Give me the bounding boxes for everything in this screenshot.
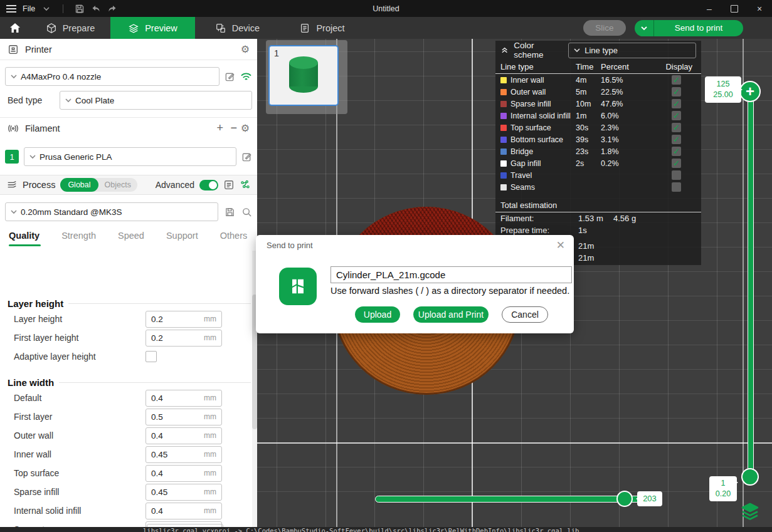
send-options-button[interactable] bbox=[635, 20, 653, 36]
line-width-outer-wall-input[interactable]: 0.4 mm bbox=[145, 427, 222, 444]
settings-list-icon[interactable] bbox=[223, 179, 235, 190]
move-slider-track[interactable] bbox=[375, 496, 648, 503]
line-width-inner-wall-input[interactable]: 0.45 mm bbox=[145, 446, 222, 463]
param-unit: mm bbox=[204, 412, 221, 421]
display-checkbox[interactable] bbox=[672, 182, 681, 192]
first-layer-height-input[interactable]: 0.2 mm bbox=[145, 330, 222, 347]
undo-icon[interactable] bbox=[91, 4, 101, 14]
display-checkbox[interactable] bbox=[672, 147, 681, 156]
home-button[interactable] bbox=[0, 17, 30, 39]
display-checkbox[interactable] bbox=[672, 111, 681, 120]
param-unit: mm bbox=[204, 315, 221, 323]
total-estimation-title: Total estimation bbox=[495, 199, 701, 211]
move-slider-handle[interactable] bbox=[616, 491, 633, 507]
cancel-button[interactable]: Cancel bbox=[502, 306, 548, 323]
line-color-chip bbox=[500, 125, 507, 131]
printer-settings-gear-icon[interactable]: ⚙ bbox=[241, 44, 250, 55]
layer-height-input[interactable]: 0.2 mm bbox=[145, 311, 222, 328]
param-unit: mm bbox=[204, 394, 221, 402]
param-row: Inner wall 0.45 mm bbox=[8, 445, 257, 464]
tab-project[interactable]: Project bbox=[280, 17, 364, 39]
tab-speed[interactable]: Speed bbox=[118, 226, 144, 246]
tab-quality[interactable]: Quality bbox=[9, 226, 40, 246]
upload-and-print-button[interactable]: Upload and Print bbox=[413, 306, 489, 323]
legend-column-headers: Line type Time Percent Display bbox=[495, 60, 701, 74]
tab-device[interactable]: Device bbox=[195, 17, 280, 39]
filament-settings-gear-icon[interactable]: ⚙ bbox=[241, 123, 250, 133]
tab-others[interactable]: Others bbox=[220, 226, 248, 246]
printer-section-title: Printer bbox=[25, 44, 52, 55]
maximize-icon bbox=[731, 5, 738, 13]
redo-icon[interactable] bbox=[107, 4, 117, 14]
line-width-internal-solid-input[interactable]: 0.4 mm bbox=[145, 503, 222, 519]
line-width-sparse-infill-input[interactable]: 0.45 mm bbox=[145, 484, 222, 501]
process-scope-switch[interactable]: Global Objects bbox=[60, 178, 137, 192]
scope-global[interactable]: Global bbox=[60, 178, 98, 192]
legend-row: Gap infill2s0.2% bbox=[495, 157, 701, 169]
display-checkbox[interactable] bbox=[672, 99, 681, 108]
close-button[interactable]: × bbox=[747, 0, 772, 17]
display-checkbox[interactable] bbox=[672, 123, 681, 132]
add-filament-button[interactable]: + bbox=[213, 122, 227, 135]
send-to-print-button[interactable]: Send to print bbox=[653, 20, 743, 36]
adaptive-layer-height-checkbox[interactable] bbox=[145, 351, 157, 362]
remove-filament-button[interactable]: − bbox=[227, 122, 241, 135]
hamburger-menu-icon[interactable] bbox=[6, 5, 16, 13]
display-checkbox[interactable] bbox=[672, 159, 681, 168]
parameter-nodes-icon[interactable] bbox=[240, 179, 251, 190]
line-color-chip bbox=[500, 172, 507, 179]
filament-preset-dropdown[interactable]: Prusa Generic PLA bbox=[24, 147, 236, 166]
edit-filament-icon[interactable] bbox=[241, 152, 252, 162]
tab-label: Preview bbox=[145, 23, 177, 33]
scope-objects[interactable]: Objects bbox=[98, 180, 137, 189]
tab-support[interactable]: Support bbox=[166, 226, 198, 246]
plate-thumbnail-panel: 1 bbox=[266, 40, 347, 114]
printer-preset-dropdown[interactable]: A4MaxPro 0.4 nozzle bbox=[5, 67, 219, 86]
plate-1-thumbnail[interactable]: 1 bbox=[268, 45, 339, 106]
preview-layers-icon bbox=[128, 23, 139, 34]
process-preset-dropdown[interactable]: 0.20mm Standard @MK3S bbox=[5, 202, 218, 221]
param-value: 0.2 bbox=[146, 315, 204, 324]
file-menu[interactable]: File bbox=[23, 4, 35, 13]
wifi-icon[interactable] bbox=[240, 71, 252, 82]
layer-number: 125 bbox=[717, 79, 730, 90]
layer-height-mm: 0.20 bbox=[716, 489, 731, 499]
bed-type-value: Cool Plate bbox=[75, 96, 114, 105]
chevron-down-icon[interactable] bbox=[41, 4, 51, 14]
param-value: 0.4 bbox=[146, 431, 204, 441]
line-width-top-surface-input[interactable]: 0.4 mm bbox=[145, 465, 222, 482]
view-mode-dropdown[interactable]: Line type bbox=[568, 43, 696, 58]
collapse-icon[interactable] bbox=[500, 46, 509, 55]
display-checkbox[interactable] bbox=[672, 75, 681, 85]
advanced-toggle[interactable] bbox=[199, 180, 218, 190]
param-label: Adaptive layer height bbox=[8, 352, 145, 362]
display-checkbox[interactable] bbox=[672, 170, 681, 180]
minimize-button[interactable]: – bbox=[697, 0, 722, 17]
save-preset-icon[interactable] bbox=[225, 207, 235, 217]
filament-section-title: Filament bbox=[25, 123, 60, 133]
gcode-filename-input[interactable]: Cylinder_PLA_21m.gcode bbox=[330, 266, 572, 283]
line-width-first-layer-input[interactable]: 0.5 mm bbox=[145, 409, 222, 425]
tab-strength[interactable]: Strength bbox=[61, 226, 96, 246]
edit-printer-icon[interactable] bbox=[225, 71, 235, 82]
plate-axis-line bbox=[257, 442, 772, 444]
upload-button[interactable]: Upload bbox=[355, 306, 400, 323]
search-icon[interactable] bbox=[241, 207, 252, 217]
bed-type-dropdown[interactable]: Cool Plate bbox=[60, 91, 252, 110]
filament-slot-badge[interactable]: 1 bbox=[5, 150, 19, 164]
tab-prepare[interactable]: Prepare bbox=[30, 17, 110, 39]
maximize-button[interactable] bbox=[722, 0, 747, 17]
dialog-close-icon[interactable]: ✕ bbox=[556, 239, 565, 252]
tab-preview[interactable]: Preview bbox=[110, 17, 195, 39]
param-label: Layer height bbox=[8, 314, 145, 324]
display-checkbox[interactable] bbox=[672, 87, 681, 96]
slice-button[interactable]: Slice bbox=[583, 20, 626, 36]
layer-slider-track[interactable] bbox=[748, 91, 754, 478]
save-icon[interactable] bbox=[75, 4, 85, 14]
param-row: Default 0.4 mm bbox=[8, 389, 257, 407]
display-checkbox[interactable] bbox=[672, 135, 681, 144]
slicer-window: File Untitled – × Prepare Preview De bbox=[0, 0, 772, 532]
line-width-default-input[interactable]: 0.4 mm bbox=[145, 390, 222, 407]
layer-slider-bottom-handle[interactable] bbox=[741, 468, 759, 486]
layers-view-button[interactable] bbox=[739, 500, 761, 523]
